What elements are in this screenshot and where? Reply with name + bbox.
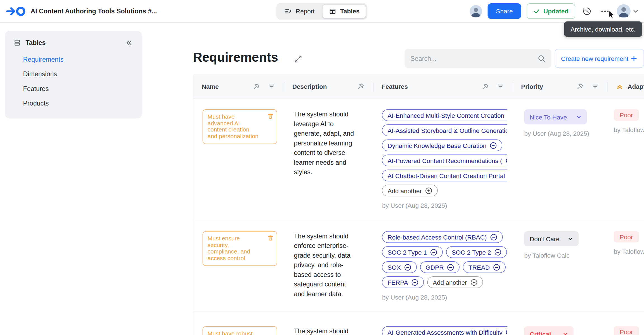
priority-dropdown[interactable]: Nice To Have xyxy=(524,109,587,125)
remove-feature-icon[interactable] xyxy=(430,248,437,256)
sidebar-item-requirements[interactable]: Requirements xyxy=(11,52,136,67)
feature-pill[interactable]: SOX xyxy=(382,261,417,273)
tables-icon xyxy=(329,7,336,15)
tables-sidebar: Tables Requirements Dimensions Features … xyxy=(5,31,142,119)
remove-feature-icon[interactable] xyxy=(494,248,502,256)
tab-tables[interactable]: Tables xyxy=(322,4,366,18)
requirement-name: Must ensure security, compliance, and ac… xyxy=(208,235,250,261)
pin-column-button[interactable] xyxy=(575,82,585,92)
remove-feature-icon[interactable] xyxy=(404,264,411,271)
updated-status-button[interactable]: Updated xyxy=(527,3,575,19)
remove-feature-icon[interactable] xyxy=(506,157,508,164)
double-chevron-left-icon xyxy=(126,39,133,47)
app-window: AI Content Authoring Tools Solutions #..… xyxy=(0,0,644,335)
feature-pill[interactable]: Role-based Access Control (RBAC) xyxy=(382,231,503,243)
profile-menu[interactable] xyxy=(617,4,638,18)
sidebar-title: Tables xyxy=(26,39,120,47)
tab-tables-label: Tables xyxy=(340,8,360,15)
three-dots-icon xyxy=(600,6,610,16)
pin-column-button[interactable] xyxy=(252,82,261,92)
remove-feature-icon[interactable] xyxy=(447,264,454,271)
priority-dropdown[interactable]: Don't Care xyxy=(524,231,579,246)
search-icon xyxy=(538,54,546,63)
delete-requirement-button[interactable] xyxy=(267,113,274,121)
adapt-attribution: by Taloflow Calc xyxy=(614,126,644,133)
filter-column-button[interactable] xyxy=(496,82,505,92)
feature-pill[interactable]: SOC 2 Type 2 xyxy=(446,246,507,258)
table-row: Must have robust The system should AI-Ge… xyxy=(193,312,644,335)
chevron-down-icon xyxy=(568,236,573,241)
requirement-name: Must have robust xyxy=(208,330,253,335)
feature-pill[interactable]: AI Chatbot-Driven Content Creation Porta… xyxy=(382,170,508,181)
filter-column-button[interactable] xyxy=(590,82,600,92)
history-icon xyxy=(582,6,592,16)
adapt-attribution: by Taloflow Calc xyxy=(614,248,644,255)
column-header-description: Description xyxy=(292,83,327,90)
feature-pill[interactable]: FERPA xyxy=(382,276,424,288)
remove-feature-icon[interactable] xyxy=(490,233,498,241)
column-header-priority: Priority xyxy=(521,83,543,90)
requirement-name: Must have advanced AI content creation a… xyxy=(208,113,259,139)
top-bar-actions: Share Updated xyxy=(470,3,638,19)
column-header-features: Features xyxy=(382,83,408,90)
top-bar: AI Content Authoring Tools Solutions #..… xyxy=(0,0,644,23)
requirements-table: Name Description Features xyxy=(193,75,644,335)
pin-icon xyxy=(482,83,489,90)
table-row: Must ensure security, compliance, and ac… xyxy=(193,220,644,312)
expand-view-button[interactable] xyxy=(292,53,304,65)
delete-requirement-button[interactable] xyxy=(267,234,274,243)
pin-column-button[interactable] xyxy=(480,82,490,92)
share-button[interactable]: Share xyxy=(487,3,521,19)
filter-column-button[interactable] xyxy=(267,82,276,92)
feature-pill[interactable]: GDPR xyxy=(420,261,460,273)
table-row: Must have advanced AI content creation a… xyxy=(193,99,644,221)
filter-icon xyxy=(268,83,275,90)
check-icon xyxy=(533,8,540,15)
more-options-button[interactable] xyxy=(599,5,611,17)
plus-icon xyxy=(630,55,638,62)
sidebar-nav: Requirements Dimensions Features Product… xyxy=(11,52,136,111)
feature-pill[interactable]: AI-Enhanced Multi-Style Content Creation xyxy=(382,109,508,121)
chevron-down-icon xyxy=(563,331,568,335)
filter-icon xyxy=(591,83,599,90)
create-new-requirement-button[interactable]: Create new requirement xyxy=(555,49,644,68)
remove-feature-icon[interactable] xyxy=(490,142,497,149)
collapse-sidebar-button[interactable] xyxy=(124,38,134,48)
requirement-description: The system should xyxy=(286,312,374,335)
updated-label: Updated xyxy=(543,8,569,15)
trash-icon xyxy=(267,234,274,241)
search-input[interactable] xyxy=(411,55,538,62)
add-feature-button[interactable]: Add another xyxy=(382,185,438,197)
sidebar-item-products[interactable]: Products xyxy=(11,96,136,111)
feature-pill-list: Role-based Access Control (RBAC) SOC 2 T… xyxy=(382,231,508,288)
remove-feature-icon[interactable] xyxy=(506,329,507,335)
add-circle-icon xyxy=(470,279,478,286)
requirement-description: The system should leverage AI to generat… xyxy=(286,99,374,220)
history-button[interactable] xyxy=(581,5,593,17)
priority-attribution: by Taloflow Calc xyxy=(524,252,600,259)
remove-feature-icon[interactable] xyxy=(411,279,419,286)
feature-pill[interactable]: TREAD xyxy=(463,261,506,273)
remove-feature-icon[interactable] xyxy=(493,264,500,271)
feature-pill[interactable]: AI-Assisted Storyboard & Outline Generat… xyxy=(382,125,508,136)
pin-column-button[interactable] xyxy=(356,82,366,92)
tab-report[interactable]: Report xyxy=(278,4,321,18)
feature-pill[interactable]: AI-Generated Assessments with Difficulty xyxy=(382,326,508,335)
features-attribution: by User (Aug 28, 2025) xyxy=(382,202,508,209)
vendor-score-icon xyxy=(616,83,623,90)
document-title: AI Content Authoring Tools Solutions #..… xyxy=(31,7,157,15)
add-feature-button[interactable]: Add another xyxy=(427,276,483,288)
feature-pill[interactable]: AI-Powered Content Recommendations ( xyxy=(382,155,508,166)
sidebar-item-features[interactable]: Features xyxy=(11,82,136,96)
sidebar-item-dimensions[interactable]: Dimensions xyxy=(11,67,136,81)
app-logo-icon xyxy=(6,5,25,17)
adapt-score-badge: Poor xyxy=(614,231,639,243)
requirement-name-card[interactable]: Must ensure security, compliance, and ac… xyxy=(203,231,277,266)
priority-dropdown[interactable]: Critical xyxy=(524,326,574,335)
feature-pill[interactable]: SOC 2 Type 1 xyxy=(382,246,443,258)
fullscreen-icon xyxy=(293,54,303,64)
requirement-name-card[interactable]: Must have advanced AI content creation a… xyxy=(203,109,277,144)
feature-pill[interactable]: Dynamic Knowledge Base Curation xyxy=(382,140,502,151)
stacked-tables-icon xyxy=(13,39,21,47)
requirement-name-card[interactable]: Must have robust xyxy=(203,326,277,335)
